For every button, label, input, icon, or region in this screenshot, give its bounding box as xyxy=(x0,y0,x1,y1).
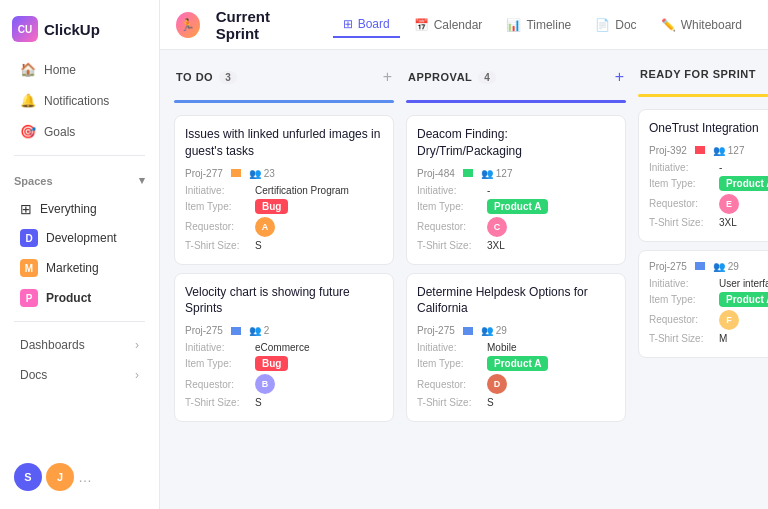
card-proj484[interactable]: Deacom Finding: Dry/Trim/Packaging Proj-… xyxy=(406,115,626,265)
card-proj277-title: Issues with linked unfurled images in gu… xyxy=(185,126,383,160)
card-proj275-approval-title: Determine Helpdesk Options for Californi… xyxy=(417,284,615,318)
sidebar-item-development[interactable]: D Development xyxy=(6,224,153,252)
todo-title: TO DO xyxy=(176,71,213,83)
approval-add-button[interactable]: + xyxy=(615,68,624,86)
tshirt-label-2: T-Shirt Size: xyxy=(185,397,255,408)
development-label: Development xyxy=(46,231,117,245)
tshirt-value-6: M xyxy=(719,333,727,344)
logo-icon: CU xyxy=(12,16,38,42)
card-row-tshirt: T-Shirt Size: S xyxy=(185,240,383,251)
tshirt-label-6: T-Shirt Size: xyxy=(649,333,719,344)
product-dot: P xyxy=(20,289,38,307)
card-proj277-id: Proj-277 xyxy=(185,168,223,179)
column-approval: APPROVAL 4 + Deacom Finding: Dry/Trim/Pa… xyxy=(406,62,626,497)
calendar-tab-label: Calendar xyxy=(434,18,483,32)
column-todo-header: TO DO 3 + xyxy=(174,62,394,92)
card-proj277-meta: Proj-277 👥 23 xyxy=(185,168,383,179)
card-row-initiative-5: Initiative: - xyxy=(649,162,768,173)
spaces-section: Spaces ▾ xyxy=(0,164,159,195)
requestor-label-3: Requestor: xyxy=(417,221,487,232)
itemtype-label-4: Item Type: xyxy=(417,358,487,369)
card-row-tshirt-5: T-Shirt Size: 3XL xyxy=(649,217,768,228)
flag-icon-3 xyxy=(463,169,473,177)
timeline-tab-label: Timeline xyxy=(526,18,571,32)
board-tab-label: Board xyxy=(358,17,390,31)
card-row-requestor-2: Requestor: B xyxy=(185,374,383,394)
goals-icon: 🎯 xyxy=(20,124,36,139)
card-row-itemtype-4: Item Type: Product A xyxy=(417,356,615,371)
user-count-4: 👥 29 xyxy=(481,325,507,336)
card-proj392[interactable]: OneTrust Integration Proj-392 👥 127 Init… xyxy=(638,109,768,242)
user-count: 👥 23 xyxy=(249,168,275,179)
itemtype-label: Item Type: xyxy=(185,201,255,212)
sidebar-item-home[interactable]: 🏠 Home xyxy=(6,55,153,84)
board: TO DO 3 + Issues with linked unfurled im… xyxy=(160,50,768,509)
requestor-label-6: Requestor: xyxy=(649,314,719,325)
tab-doc[interactable]: 📄 Doc xyxy=(585,13,646,37)
tab-board[interactable]: ⊞ Board xyxy=(333,12,400,38)
timeline-tab-icon: 📊 xyxy=(506,18,521,32)
avatar-j[interactable]: J xyxy=(46,463,74,491)
marketing-dot: M xyxy=(20,259,38,277)
spaces-header: Spaces ▾ xyxy=(14,174,145,187)
itemtype-badge-2: Bug xyxy=(255,356,288,371)
card-proj275-ready-meta: Proj-275 👥 29 xyxy=(649,261,768,272)
requestor-avatar-4: D xyxy=(487,374,507,394)
card-row-itemtype-2: Item Type: Bug xyxy=(185,356,383,371)
doc-tab-icon: 📄 xyxy=(595,18,610,32)
spaces-label: Spaces xyxy=(14,175,53,187)
initiative-label-2: Initiative: xyxy=(185,342,255,353)
flag-icon-6 xyxy=(695,262,705,270)
home-label: Home xyxy=(44,63,76,77)
whiteboard-tab-label: Whiteboard xyxy=(681,18,742,32)
chevron-right-icon-2: › xyxy=(135,368,139,382)
flag-icon-5 xyxy=(695,146,705,154)
itemtype-badge-3: Product A xyxy=(487,199,548,214)
sidebar-item-dashboards[interactable]: Dashboards › xyxy=(6,331,153,359)
ready-indicator xyxy=(638,94,768,97)
requestor-avatar-2: B xyxy=(255,374,275,394)
requestor-label-2: Requestor: xyxy=(185,379,255,390)
tab-calendar[interactable]: 📅 Calendar xyxy=(404,13,493,37)
itemtype-label-5: Item Type: xyxy=(649,178,719,189)
sidebar-item-goals[interactable]: 🎯 Goals xyxy=(6,117,153,146)
card-row-requestor-3: Requestor: C xyxy=(417,217,615,237)
user-count-3: 👥 127 xyxy=(481,168,513,179)
tshirt-value-2: S xyxy=(255,397,262,408)
card-proj484-id: Proj-484 xyxy=(417,168,455,179)
card-proj277[interactable]: Issues with linked unfurled images in gu… xyxy=(174,115,394,265)
card-proj275-approval-id: Proj-275 xyxy=(417,325,455,336)
itemtype-badge: Bug xyxy=(255,199,288,214)
user-count-5: 👥 127 xyxy=(713,145,745,156)
card-row-requestor-5: Requestor: E xyxy=(649,194,768,214)
card-proj275-approval[interactable]: Determine Helpdesk Options for Californi… xyxy=(406,273,626,423)
itemtype-label-2: Item Type: xyxy=(185,358,255,369)
card-row-requestor-6: Requestor: F xyxy=(649,310,768,330)
tab-whiteboard[interactable]: ✏️ Whiteboard xyxy=(651,13,752,37)
user-count-2: 👥 2 xyxy=(249,325,270,336)
card-proj275-todo[interactable]: Velocity chart is showing future Sprints… xyxy=(174,273,394,423)
initiative-value-3: - xyxy=(487,185,490,196)
header-tabs: ⊞ Board 📅 Calendar 📊 Timeline 📄 Doc ✏️ W… xyxy=(333,12,752,38)
card-proj275-todo-title: Velocity chart is showing future Sprints xyxy=(185,284,383,318)
main-content: 🏃 Current Sprint ⊞ Board 📅 Calendar 📊 Ti… xyxy=(160,0,768,509)
todo-add-button[interactable]: + xyxy=(383,68,392,86)
sidebar-item-marketing[interactable]: M Marketing xyxy=(6,254,153,282)
sidebar-item-notifications[interactable]: 🔔 Notifications xyxy=(6,86,153,115)
whiteboard-tab-icon: ✏️ xyxy=(661,18,676,32)
card-proj392-meta: Proj-392 👥 127 xyxy=(649,145,768,156)
requestor-avatar-5: E xyxy=(719,194,739,214)
card-row-initiative: Initiative: Certification Program xyxy=(185,185,383,196)
card-row-itemtype-3: Item Type: Product A xyxy=(417,199,615,214)
column-ready: READY FOR SPRINT OneTrust Integration Pr… xyxy=(638,62,768,497)
board-tab-icon: ⊞ xyxy=(343,17,353,31)
divider-2 xyxy=(14,321,145,322)
sidebar-item-everything[interactable]: ⊞ Everything xyxy=(6,196,153,222)
tab-timeline[interactable]: 📊 Timeline xyxy=(496,13,581,37)
notifications-label: Notifications xyxy=(44,94,109,108)
sidebar-item-docs[interactable]: Docs › xyxy=(6,361,153,389)
avatar-s[interactable]: S xyxy=(14,463,42,491)
sidebar-item-product[interactable]: P Product xyxy=(6,284,153,312)
card-proj275-ready[interactable]: Proj-275 👥 29 Initiative: User interface… xyxy=(638,250,768,358)
doc-tab-label: Doc xyxy=(615,18,636,32)
